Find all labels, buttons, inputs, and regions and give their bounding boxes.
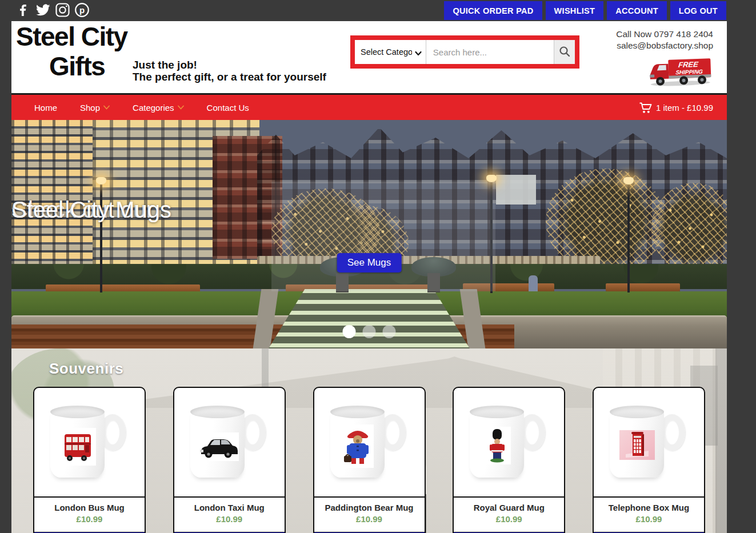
tagline: Just the job! The perfect gift, or a tre… (133, 59, 326, 83)
telephone-box-print-icon (619, 430, 655, 460)
london-taxi-print-icon (197, 432, 239, 461)
search-input[interactable] (426, 40, 554, 64)
tagline-line2: The perfect gift, or a treat for yoursel… (133, 71, 326, 83)
magnifier-icon (559, 46, 570, 59)
logo-line1: Steel City (16, 22, 127, 51)
nav-item-shop[interactable]: Shop (69, 103, 121, 113)
product-card-paddington-bear-mug[interactable]: Paddington Bear Mug £10.99 (313, 387, 426, 533)
account-button[interactable]: ACCOUNT (607, 1, 667, 20)
search-bar: Select Category (350, 35, 579, 69)
london-bus-print-icon (59, 428, 96, 466)
email-address[interactable]: sales@bobsfactory.shop (616, 40, 713, 51)
logo-line2: Gifts (49, 52, 127, 81)
carousel-dot-2[interactable] (363, 325, 376, 338)
product-image (174, 388, 285, 498)
category-select[interactable]: Select Category (355, 40, 426, 64)
product-title[interactable]: London Taxi Mug (174, 503, 285, 512)
product-price: £10.99 (314, 514, 425, 524)
product-price: £10.99 (454, 514, 564, 524)
chevron-down-icon (103, 105, 110, 110)
product-title[interactable]: Paddington Bear Mug (314, 503, 425, 512)
nav-label: Home (34, 103, 57, 113)
carousel-dot-3[interactable] (383, 325, 396, 338)
product-price: £10.99 (34, 514, 145, 524)
tagline-line1: Just the job! (133, 59, 326, 71)
paddington-bear-print-icon (342, 424, 374, 468)
category-select-wrap: Select Category (355, 40, 426, 64)
search-button[interactable] (554, 40, 575, 64)
nav-label: Categories (133, 103, 174, 113)
nav-label: Shop (80, 103, 100, 113)
contact-info: Call Now 0797 418 2404 sales@bobsfactory… (616, 29, 713, 51)
product-card-london-bus-mug[interactable]: London Bus Mug £10.99 (33, 387, 146, 533)
souvenirs-section: Souvenirs (11, 348, 727, 533)
hero-carousel: Check out our Steel City Mugs See Mugs (11, 120, 727, 348)
nav-item-home[interactable]: Home (23, 103, 69, 113)
section-title: Souvenirs (49, 360, 123, 378)
product-price: £10.99 (594, 514, 704, 524)
product-card-london-taxi-mug[interactable]: London Taxi Mug £10.99 (173, 387, 286, 533)
svg-text:p: p (79, 5, 85, 15)
site-header: Steel City Gifts Just the job! The perfe… (11, 21, 727, 93)
product-image (594, 388, 704, 498)
svg-text:SHIPPING: SHIPPING (675, 69, 703, 76)
royal-guard-print-icon (483, 427, 511, 464)
carousel-dot-1[interactable] (343, 325, 356, 338)
see-mugs-button[interactable]: See Mugs (337, 253, 402, 272)
instagram-icon[interactable] (55, 2, 70, 18)
main-nav: Home Shop Categories Contact Us 1 item -… (11, 93, 727, 120)
carousel-dots (343, 325, 396, 338)
product-title[interactable]: London Bus Mug (34, 503, 145, 512)
site-logo[interactable]: Steel City Gifts (16, 22, 127, 81)
product-card-royal-guard-mug[interactable]: Royal Guard Mug £10.99 (453, 387, 565, 533)
hero-heading-line2: Steel City Mugs (11, 198, 171, 222)
top-bar: p QUICK ORDER PAD WISHLIST ACCOUNT LOG O… (0, 0, 756, 21)
product-price: £10.99 (174, 514, 285, 524)
account-buttons: QUICK ORDER PAD WISHLIST ACCOUNT LOG OUT (444, 1, 726, 20)
product-title[interactable]: Telephone Box Mug (594, 503, 704, 512)
nav-menu: Home Shop Categories Contact Us (11, 95, 727, 120)
chevron-down-icon (178, 105, 184, 110)
cart-icon (639, 102, 652, 114)
logout-button[interactable]: LOG OUT (670, 1, 726, 20)
person-on-bench (529, 275, 538, 292)
wishlist-button[interactable]: WISHLIST (546, 1, 604, 20)
quick-order-pad-button[interactable]: QUICK ORDER PAD (444, 1, 542, 20)
social-links: p (16, 2, 90, 18)
cart-total: 1 item - £10.99 (656, 103, 713, 113)
nav-label: Contact Us (207, 103, 249, 113)
mini-cart[interactable]: 1 item - £10.99 (639, 95, 713, 120)
product-image (454, 388, 564, 498)
product-image (34, 388, 145, 498)
product-card-telephone-box-mug[interactable]: Telephone Box Mug £10.99 (593, 387, 705, 533)
nav-item-categories[interactable]: Categories (121, 103, 195, 113)
phone-number: Call Now 0797 418 2404 (616, 29, 713, 40)
svg-text:FREE: FREE (678, 60, 699, 69)
twitter-icon[interactable] (35, 2, 51, 18)
product-title[interactable]: Royal Guard Mug (454, 503, 564, 512)
facebook-icon[interactable] (16, 2, 31, 18)
free-shipping-truck-icon: FREE SHIPPING (646, 57, 714, 87)
product-grid: London Bus Mug £10.99 (33, 387, 705, 533)
product-image (314, 388, 425, 498)
storefront-page: p QUICK ORDER PAD WISHLIST ACCOUNT LOG O… (0, 0, 756, 533)
nav-item-contact-us[interactable]: Contact Us (195, 103, 261, 113)
pinterest-icon[interactable]: p (74, 2, 90, 18)
